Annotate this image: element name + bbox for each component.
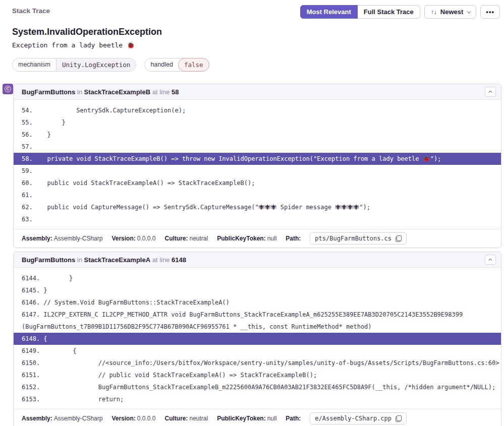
- stack-frame-panel-a: BugFarmButtons in StackTraceExampleA at …: [13, 252, 501, 426]
- code-line: 60. public void StackTraceExampleA() => …: [14, 177, 501, 189]
- code-line: 61.: [14, 189, 501, 201]
- code-line: 57.: [14, 141, 501, 153]
- assembly-field: Assembly:Assembly-CSharp: [22, 415, 102, 422]
- path-field: Path: pts/BugFarmButtons.cs: [286, 232, 407, 245]
- assembly-field: PublicKeyToken:null: [217, 235, 276, 242]
- most-relevant-button[interactable]: Most Relevant: [300, 5, 358, 19]
- code-line: 58. private void StackTraceExampleB() =>…: [14, 153, 501, 165]
- path-field: Path: e/Assembly-CSharp.cpp: [286, 412, 407, 424]
- code-line: 6153. return;: [14, 393, 501, 405]
- code-line: 6149. {: [14, 345, 501, 357]
- tag-key: mechanism: [13, 58, 56, 71]
- frame-function: StackTraceExampleB: [84, 88, 151, 96]
- code-line: 62. public void CaptureMessage() => Sent…: [14, 201, 501, 213]
- exception-type-title: System.InvalidOperationException: [12, 27, 504, 37]
- assembly-field: Version:0.0.0.0: [111, 235, 155, 242]
- code-line: 54. SentrySdk.CaptureException(e);: [14, 104, 501, 116]
- assembly-fields: Assembly:Assembly-CSharpVersion:0.0.0.0C…: [22, 235, 276, 242]
- toolbar: Most Relevant Full Stack Trace ↑↓ Newest…: [300, 5, 500, 19]
- chevron-up-icon: [488, 90, 492, 94]
- tag-key: handled: [145, 58, 179, 71]
- code-context: 54. SentrySdk.CaptureException(e);55. }5…: [14, 100, 501, 229]
- frame-header[interactable]: BugFarmButtons in StackTraceExampleA at …: [14, 252, 501, 268]
- code-line: 63.: [14, 213, 501, 225]
- exception-message: Exception from a lady beetle 🐞: [12, 41, 504, 49]
- code-line: 56. }: [14, 129, 501, 141]
- code-line: 55. }: [14, 116, 501, 129]
- frame-in-word: in: [77, 88, 82, 96]
- code-line: 6150. //<source_info:/Users/bitfox/Works…: [14, 357, 501, 369]
- frame-module: BugFarmButtons: [22, 256, 75, 264]
- sort-dropdown[interactable]: ↑↓ Newest: [424, 5, 477, 19]
- assembly-info-row: Assembly:Assembly-CSharpVersion:0.0.0.0C…: [14, 229, 501, 248]
- code-context: 6144. }6145. }6146. // System.Void BugFa…: [14, 268, 501, 409]
- frame-in-word: in: [77, 256, 82, 264]
- frame-function: StackTraceExampleA: [84, 256, 151, 264]
- tag-pills: mechanism Unity.LogException handled fal…: [12, 58, 504, 72]
- collapse-frame-button[interactable]: [485, 87, 496, 97]
- more-options-button[interactable]: •••: [480, 5, 500, 19]
- code-line: 6148. {: [14, 333, 501, 345]
- assembly-field: PublicKeyToken:null: [217, 415, 276, 422]
- sort-dropdown-label: Newest: [440, 8, 464, 16]
- frame-at-line-words: at line: [152, 256, 170, 264]
- code-line: 6145. }: [14, 284, 501, 296]
- tag-value: false: [178, 58, 209, 72]
- assembly-field: Version:0.0.0.0: [111, 415, 155, 422]
- frame-module: BugFarmButtons: [22, 88, 75, 96]
- source-path-box: e/Assembly-CSharp.cpp: [310, 412, 407, 424]
- code-line: 6152. BugFarmButtons_StackTraceExampleB_…: [14, 381, 501, 393]
- full-stack-trace-button[interactable]: Full Stack Trace: [358, 5, 420, 19]
- frame-title: BugFarmButtons in StackTraceExampleA at …: [22, 256, 186, 264]
- assembly-field: Assembly:Assembly-CSharp: [22, 235, 102, 242]
- csharp-icon-letter: C: [5, 86, 11, 92]
- csharp-platform-icon: C: [3, 84, 13, 94]
- stack-frame-panel-b: C BugFarmButtons in StackTraceExampleB a…: [13, 84, 501, 248]
- copy-icon[interactable]: [396, 235, 402, 242]
- assembly-info-row: Assembly:Assembly-CSharpVersion:0.0.0.0C…: [14, 409, 501, 426]
- frame-line-number: 6148: [172, 256, 186, 264]
- source-path-box: pts/BugFarmButtons.cs: [310, 232, 407, 245]
- code-line: 6144. }: [14, 272, 501, 284]
- code-line: 6146. // System.Void BugFarmButtons::Sta…: [14, 296, 501, 309]
- sort-arrows-icon: ↑↓: [431, 9, 437, 16]
- assembly-field: Culture:neutral: [164, 415, 208, 422]
- code-line: 59.: [14, 165, 501, 177]
- path-label: Path:: [286, 415, 301, 422]
- code-line: 6151. // public void StackTraceExampleA(…: [14, 369, 501, 381]
- assembly-field: Culture:neutral: [164, 235, 208, 242]
- collapse-frame-button[interactable]: [485, 255, 496, 265]
- assembly-fields: Assembly:Assembly-CSharpVersion:0.0.0.0C…: [22, 415, 276, 422]
- section-title: Stack Trace: [12, 5, 50, 15]
- chevron-up-icon: [488, 258, 492, 262]
- tag-value: Unity.LogException: [56, 58, 136, 71]
- tag-pill[interactable]: handled false: [144, 58, 209, 72]
- source-path-text: e/Assembly-CSharp.cpp: [315, 415, 391, 422]
- frame-header[interactable]: BugFarmButtons in StackTraceExampleB at …: [14, 84, 501, 100]
- view-toggle: Most Relevant Full Stack Trace: [300, 5, 420, 19]
- frame-line-number: 58: [172, 88, 179, 96]
- code-line: 6147. IL2CPP_EXTERN_C IL2CPP_METHOD_ATTR…: [14, 309, 501, 333]
- chevron-down-icon: [467, 9, 471, 13]
- frame-at-line-words: at line: [152, 88, 170, 96]
- path-label: Path:: [286, 235, 301, 242]
- frame-title: BugFarmButtons in StackTraceExampleB at …: [22, 88, 179, 96]
- stack-trace-header: Stack Trace Most Relevant Full Stack Tra…: [0, 0, 504, 19]
- source-path-text: pts/BugFarmButtons.cs: [315, 235, 391, 242]
- tag-pill[interactable]: mechanism Unity.LogException: [12, 58, 136, 72]
- copy-icon[interactable]: [396, 415, 402, 422]
